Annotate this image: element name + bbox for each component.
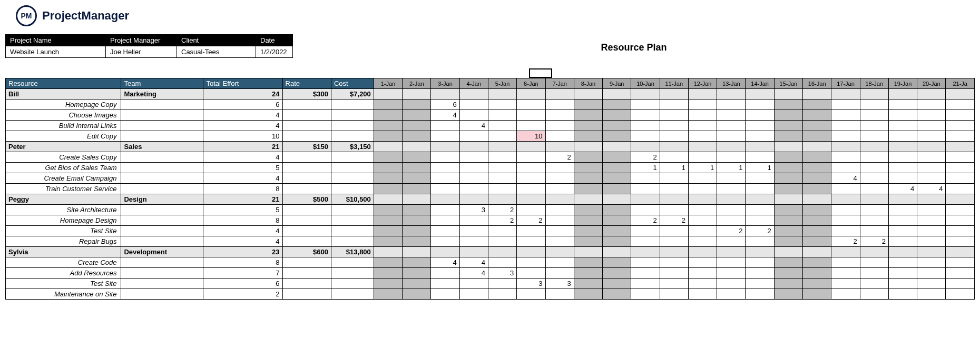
task-rate[interactable] [282,110,331,121]
date-cell[interactable] [403,247,431,257]
date-cell[interactable] [946,184,975,194]
date-cell[interactable] [946,173,975,184]
task-effort[interactable]: 5 [203,163,282,173]
task-effort[interactable]: 5 [203,205,282,215]
date-cell[interactable] [917,247,946,257]
date-cell[interactable] [431,247,459,257]
date-cell[interactable] [403,163,431,173]
date-cell[interactable] [888,226,917,236]
date-cell[interactable] [603,205,631,215]
date-cell[interactable]: 4 [888,184,917,194]
date-cell[interactable] [574,205,602,215]
date-cell[interactable] [603,89,631,100]
date-cell[interactable] [574,110,602,121]
date-cell[interactable] [888,131,917,142]
date-cell[interactable] [631,268,660,279]
col-header-date[interactable]: 16-Jan [803,78,831,89]
date-cell[interactable] [403,215,431,226]
task-cost[interactable] [331,184,374,194]
task-rate[interactable] [282,279,331,289]
date-cell[interactable] [860,89,888,100]
task-name[interactable]: Create Email Campaign [6,173,121,184]
task-rate[interactable] [282,131,331,142]
date-cell[interactable] [431,152,459,163]
date-cell[interactable] [374,215,402,226]
date-cell[interactable] [746,184,774,194]
task-rate[interactable] [282,268,331,279]
task-name[interactable]: Edit Copy [6,131,121,142]
date-cell[interactable] [517,152,545,163]
date-cell[interactable] [517,226,545,236]
date-cell[interactable] [831,89,860,100]
date-cell[interactable] [688,205,717,215]
date-cell[interactable]: 2 [660,215,688,226]
date-cell[interactable] [774,89,802,100]
date-cell[interactable] [860,289,888,300]
date-cell[interactable] [917,205,946,215]
date-cell[interactable] [431,279,459,289]
date-cell[interactable]: 1 [688,163,717,173]
date-cell[interactable] [517,89,545,100]
date-cell[interactable] [459,184,488,194]
date-cell[interactable] [831,205,860,215]
date-cell[interactable] [717,152,746,163]
date-cell[interactable] [574,194,602,205]
task-name[interactable]: Choose Images [6,110,121,121]
date-cell[interactable] [488,226,516,236]
date-cell[interactable] [459,226,488,236]
date-cell[interactable] [660,289,688,300]
task-team[interactable] [121,226,203,236]
task-name[interactable]: Test Site [6,279,121,289]
date-cell[interactable] [403,142,431,152]
date-cell[interactable] [946,131,975,142]
date-cell[interactable] [917,268,946,279]
date-cell[interactable] [860,247,888,257]
task-name[interactable]: Add Resources [6,268,121,279]
task-cost[interactable] [331,215,374,226]
date-cell[interactable] [459,215,488,226]
date-cell[interactable] [688,268,717,279]
task-team[interactable] [121,110,203,121]
task-cost[interactable] [331,131,374,142]
date-cell[interactable] [660,152,688,163]
date-cell[interactable] [403,110,431,121]
date-cell[interactable] [717,194,746,205]
date-cell[interactable] [660,89,688,100]
task-rate[interactable] [282,121,331,131]
date-cell[interactable] [860,279,888,289]
date-cell[interactable] [574,121,602,131]
task-cost[interactable] [331,173,374,184]
task-effort[interactable]: 2 [203,289,282,300]
date-cell[interactable] [574,268,602,279]
date-cell[interactable] [860,226,888,236]
date-cell[interactable] [403,89,431,100]
col-header-date[interactable]: 6-Jan [517,78,545,89]
date-cell[interactable] [403,226,431,236]
date-cell[interactable]: 1 [660,163,688,173]
date-cell[interactable] [517,100,545,110]
date-cell[interactable]: 2 [860,236,888,247]
date-cell[interactable] [431,194,459,205]
date-cell[interactable] [403,257,431,268]
date-cell[interactable] [431,289,459,300]
date-cell[interactable] [660,268,688,279]
date-cell[interactable] [459,194,488,205]
date-cell[interactable] [803,226,831,236]
date-cell[interactable] [746,152,774,163]
date-cell[interactable] [374,247,402,257]
task-effort[interactable]: 8 [203,257,282,268]
date-cell[interactable]: 2 [545,152,574,163]
date-cell[interactable] [688,131,717,142]
date-cell[interactable] [603,173,631,184]
task-rate[interactable] [282,163,331,173]
date-cell[interactable] [888,257,917,268]
date-cell[interactable] [660,142,688,152]
resource-name[interactable]: Sylvia [6,247,121,257]
date-cell[interactable] [803,268,831,279]
date-cell[interactable] [946,194,975,205]
col-header-date[interactable]: 8-Jan [574,78,602,89]
date-cell[interactable] [517,173,545,184]
task-name[interactable]: Create Code [6,257,121,268]
date-cell[interactable] [946,142,975,152]
date-cell[interactable] [888,205,917,215]
